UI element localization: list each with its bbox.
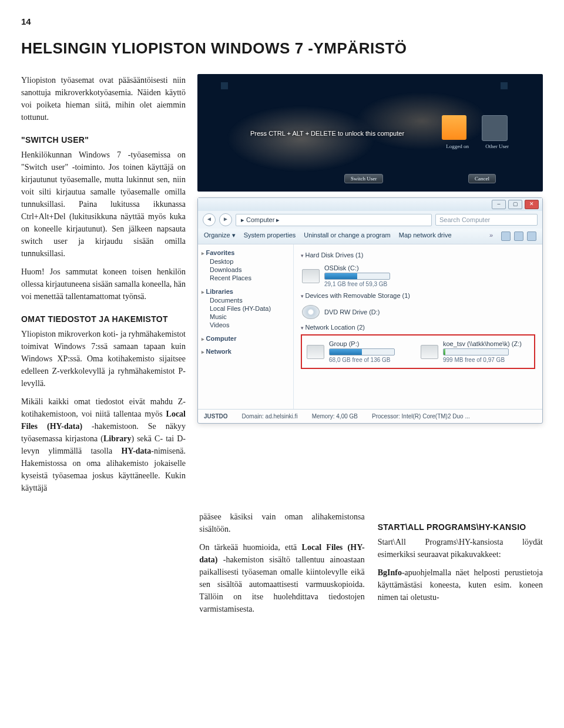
drive-dvd[interactable]: DVD RW Drive (D:) [301, 303, 535, 321]
nav-localfiles[interactable]: Local Files (HY-Data) [202, 304, 290, 313]
toolbar-organize[interactable]: Organize ▾ [204, 232, 236, 241]
netdrive-icon [421, 345, 438, 359]
unlock-message: Press CTRL + ALT + DELETE to unlock this… [250, 130, 404, 137]
col3-p1: Start\All Programs\HY-kansiosta löydät e… [378, 536, 543, 561]
col2-p2c: -hakemiston sisältö tallentuu ainoastaan… [199, 555, 364, 613]
col2-p2: On tärkeää huomioida, että Local Files (… [199, 541, 364, 615]
window-titlebar: – ▢ ✕ [198, 198, 542, 211]
status-bar: JUSTDO Domain: ad.helsinki.fi Memory: 4,… [198, 409, 542, 423]
drive-sub: 29,1 GB free of 59,3 GB [324, 281, 390, 287]
nav-documents[interactable]: Documents [202, 296, 290, 304]
section-network-location[interactable]: Network Location (2) [301, 324, 535, 331]
right-column: Press CTRL + ALT + DELETE to unlock this… [197, 74, 543, 500]
address-bar: ◄ ► ▸ Computer ▸ Search Computer [198, 211, 542, 229]
omat-p2: Mikäli kaikki omat tiedostot eivät mahdu… [21, 395, 186, 494]
bottom-col-2: pääsee käsiksi vain oman alihakemistonsa… [199, 511, 364, 621]
intro-paragraph: Yliopiston työasemat ovat pääsääntöisest… [21, 74, 186, 123]
toolbar-more[interactable]: » [489, 232, 493, 241]
drive-text: Group (P:) 68,0 GB free of 136 GB [329, 340, 395, 363]
switch-user-note: Huom! Jos sammutat koneen toisen henkilö… [21, 266, 186, 303]
toolbar-system-properties[interactable]: System properties [244, 232, 296, 241]
status-host: JUSTDO [204, 413, 228, 420]
col2-p1: pääsee käsiksi vain oman alihakemistonsa… [199, 511, 364, 535]
label-logged-on: Logged on [446, 143, 469, 149]
explorer-content: Hard Disk Drives (1) OSDisk (C:) 29,1 GB… [294, 244, 542, 409]
nav-network[interactable]: Network [202, 348, 290, 355]
omat-p2d: Library [103, 434, 131, 443]
main-heading: HELSINGIN YLIOPISTON WINDOWS 7 -YMPÄRIST… [21, 39, 543, 58]
cancel-button[interactable]: Cancel [468, 174, 496, 183]
corner-tile-tr [501, 82, 508, 89]
netdrive-icon [307, 345, 324, 359]
omat-p2f: HY-data [121, 447, 151, 455]
status-domain: Domain: ad.helsinki.fi [242, 413, 298, 420]
left-column: Yliopiston työasemat ovat pääsääntöisest… [21, 74, 186, 500]
section-hdd[interactable]: Hard Disk Drives (1) [301, 251, 535, 259]
nav-back-button[interactable]: ◄ [203, 213, 216, 226]
col3-heading: START\ALL PROGRAMS\HY-KANSIO [378, 521, 543, 534]
explorer-window: – ▢ ✕ ◄ ► ▸ Computer ▸ Search Computer O… [197, 197, 543, 424]
status-memory: Memory: 4,00 GB [312, 413, 358, 420]
capacity-bar [324, 273, 390, 280]
toolbar-uninstall[interactable]: Uninstall or change a program [304, 232, 390, 241]
dvd-icon [302, 305, 320, 319]
omat-heading: OMAT TIEDOSTOT JA HAKEMISTOT [21, 313, 186, 326]
breadcrumb[interactable]: ▸ Computer ▸ [236, 214, 432, 226]
nav-favorites[interactable]: Favorites [202, 249, 290, 256]
view-icon[interactable] [501, 232, 511, 241]
preview-pane-icon[interactable] [514, 232, 523, 241]
drive-group-p[interactable]: Group (P:) 68,0 GB free of 136 GB [306, 338, 396, 365]
nav-network-group: Network [202, 348, 290, 355]
bottom-col-1 [21, 511, 186, 621]
navigation-pane: Favorites Desktop Downloads Recent Place… [198, 244, 294, 409]
maximize-button[interactable]: ▢ [508, 200, 522, 209]
nav-computer-group: Computer [202, 335, 290, 342]
drive-text: koe_tsv (\\atkk\home\k) (Z:) 999 MB free… [443, 340, 522, 363]
col3-p2a: BgInfo [378, 568, 402, 577]
nav-computer[interactable]: Computer [202, 335, 290, 342]
drive-home-z[interactable]: koe_tsv (\\atkk\home\k) (Z:) 999 MB free… [419, 338, 523, 365]
highlight-frame: Group (P:) 68,0 GB free of 136 GB koe_ts… [301, 334, 535, 369]
label-other-user: Other User [485, 143, 509, 149]
switch-user-text: Henkilökunnan Windows 7 -työasemissa on … [21, 150, 186, 258]
drive-text: DVD RW Drive (D:) [324, 308, 380, 316]
col2-p2a: On tärkeää huomioida, että [199, 543, 301, 552]
drive-osdisk[interactable]: OSDisk (C:) 29,1 GB free of 59,3 GB [301, 262, 535, 290]
help-icon[interactable] [527, 232, 536, 241]
capacity-bar [329, 348, 395, 355]
explorer-body: Favorites Desktop Downloads Recent Place… [198, 244, 542, 409]
lockscreen-screenshot: Press CTRL + ALT + DELETE to unlock this… [197, 74, 543, 192]
col3-p2: BgInfo-apuohjelmalla näet helposti perus… [378, 566, 543, 603]
close-button[interactable]: ✕ [525, 200, 539, 209]
toolbar-map-drive[interactable]: Map network drive [399, 232, 452, 241]
page-number: 14 [21, 16, 543, 26]
drive-sub: 999 MB free of 0,97 GB [443, 357, 522, 363]
nav-forward-button[interactable]: ► [219, 213, 232, 226]
nav-videos[interactable]: Videos [202, 321, 290, 329]
nav-recent-places[interactable]: Recent Places [202, 274, 290, 282]
minimize-button[interactable]: – [492, 200, 506, 209]
search-input[interactable]: Search Computer [435, 214, 538, 226]
col3-p2b: -apuohjelmalla näet helposti perustietoj… [378, 568, 543, 602]
user-tile-other[interactable] [482, 115, 508, 141]
nav-favorites-group: Favorites Desktop Downloads Recent Place… [202, 249, 290, 282]
drive-sub: 68,0 GB free of 136 GB [329, 357, 395, 363]
top-wrap: Yliopiston työasemat ovat pääsääntöisest… [21, 74, 543, 500]
drive-text: OSDisk (C:) 29,1 GB free of 59,3 GB [324, 264, 390, 287]
drive-name: OSDisk (C:) [324, 264, 390, 271]
omat-p1: Yliopiston mikroverkon koti- ja ryhmähak… [21, 328, 186, 390]
drive-name: koe_tsv (\\atkk\home\k) (Z:) [443, 340, 522, 347]
nav-music[interactable]: Music [202, 313, 290, 321]
bottom-columns: pääsee käsiksi vain oman alihakemistonsa… [21, 511, 543, 621]
explorer-toolbar: Organize ▾ System properties Uninstall o… [198, 229, 542, 244]
section-removable[interactable]: Devices with Removable Storage (1) [301, 292, 535, 299]
switch-user-body: Henkilökunnan Windows 7 -työasemissa on … [21, 149, 186, 260]
bottom-col-3: START\ALL PROGRAMS\HY-KANSIO Start\All P… [378, 511, 543, 621]
user-tile-logged-on[interactable] [442, 115, 466, 140]
switch-user-button[interactable]: Switch User [344, 174, 383, 183]
nav-libraries[interactable]: Libraries [202, 288, 290, 295]
capacity-bar [443, 348, 509, 355]
nav-downloads[interactable]: Downloads [202, 266, 290, 274]
nav-desktop[interactable]: Desktop [202, 257, 290, 266]
switch-user-heading: "SWITCH USER" [21, 134, 186, 146]
